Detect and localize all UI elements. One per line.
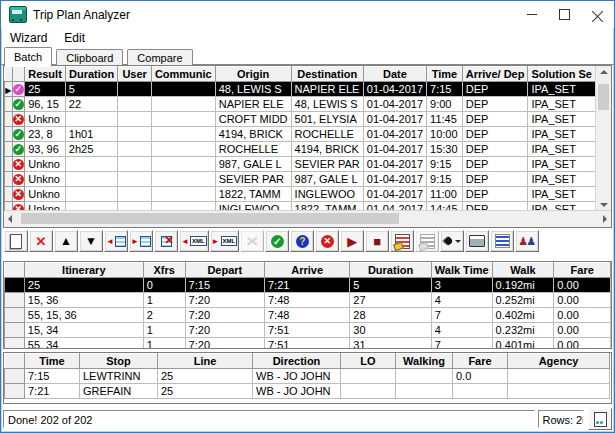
column-header-selector[interactable] (5, 67, 13, 82)
horizontal-scrollbar[interactable] (4, 210, 611, 227)
show-errors-button[interactable] (315, 230, 339, 252)
row-selector[interactable] (5, 308, 25, 323)
batch-tools-button[interactable] (240, 230, 264, 252)
table-row[interactable]: 2507:157:21530.192mi0.00 (5, 278, 611, 293)
row-selector[interactable] (5, 172, 13, 187)
table-row[interactable]: ✓96, 1522NAPIER ELE48, LEWIS S01-04-2017… (5, 97, 596, 112)
scroll-up-icon[interactable] (600, 70, 608, 74)
table-row[interactable]: ✕Unkno987, GALE LSEVIER PAR01-04-20179:1… (5, 157, 596, 172)
column-header-lo[interactable]: LO (341, 354, 396, 369)
tab-clipboard[interactable]: Clipboard (56, 49, 123, 66)
column-header-result[interactable]: Result (25, 67, 66, 82)
move-up-button[interactable] (54, 230, 78, 252)
row-selector[interactable] (5, 157, 13, 172)
table-row[interactable]: 15, 3417:207:513040.232mi0.00 (5, 323, 611, 338)
import-table-button[interactable] (104, 230, 128, 252)
show-unknown-button[interactable] (290, 230, 314, 252)
column-header-duration[interactable]: Duration (65, 67, 118, 82)
row-selector[interactable] (5, 97, 13, 112)
table-row[interactable]: ✓23, 81h014194, BRICKROCHELLE01-04-20171… (5, 127, 596, 142)
minimize-button[interactable] (515, 1, 548, 28)
row-selector[interactable] (5, 82, 13, 97)
table-row[interactable]: 55, 3417:207:513170.401mi0.00 (5, 338, 611, 349)
column-header-destination[interactable]: Destination (291, 67, 363, 82)
row-selector[interactable] (5, 293, 25, 308)
export-table-button[interactable] (129, 230, 153, 252)
column-header-selector[interactable] (5, 354, 25, 369)
delete-row-button[interactable] (29, 230, 53, 252)
app-icon (9, 6, 27, 23)
table-row[interactable]: ✕UnknoCROFT MIDD501, ELYSIA01-04-201711:… (5, 112, 596, 127)
close-button[interactable] (581, 1, 614, 28)
walk-report-button[interactable] (515, 230, 539, 252)
column-header-direction[interactable]: Direction (253, 354, 341, 369)
column-header-arrive[interactable]: Arrive (265, 263, 350, 278)
column-header-line[interactable]: Line (158, 354, 253, 369)
column-header-depart[interactable]: Depart (185, 263, 264, 278)
column-header-xfrs[interactable]: Xfrs (143, 263, 185, 278)
new-batch-button[interactable] (4, 230, 28, 252)
copy-report-alt-button[interactable] (415, 230, 439, 252)
scroll-down-icon[interactable] (600, 203, 608, 207)
vertical-scrollbar[interactable] (595, 66, 611, 211)
vertical-scroll-thumb[interactable] (598, 84, 609, 110)
row-selector[interactable] (5, 338, 25, 349)
column-header-walk[interactable]: Walk (492, 263, 554, 278)
column-header-arrive_dep[interactable]: Arrive/ Dep (462, 67, 528, 82)
table-row[interactable]: ✓93, 962h25ROCHELLE4194, BRICK01-04-2017… (5, 142, 596, 157)
scroll-right-icon[interactable] (603, 215, 607, 223)
horizontal-scroll-thumb[interactable] (21, 213, 399, 224)
row-selector[interactable] (5, 142, 13, 157)
row-selector[interactable] (5, 127, 13, 142)
column-header-walking[interactable]: Walking (396, 354, 453, 369)
row-selector[interactable] (5, 187, 13, 202)
column-header-time[interactable]: Time (427, 67, 463, 82)
scroll-left-icon[interactable] (8, 215, 12, 223)
column-header-selector[interactable] (5, 263, 25, 278)
row-selector[interactable] (5, 112, 13, 127)
table-row[interactable]: 7:21GREFAIN25WB - JO JOHN (5, 384, 610, 399)
column-header-status[interactable] (12, 67, 25, 82)
column-header-solution[interactable]: Solution Se (528, 67, 596, 82)
dropdown-arrow-icon[interactable] (455, 240, 461, 246)
run-batch-button[interactable] (340, 230, 364, 252)
import-xml-button[interactable] (179, 230, 209, 252)
show-success-button[interactable] (265, 230, 289, 252)
menu-edit[interactable]: Edit (64, 31, 85, 45)
column-header-itinerary[interactable]: Itinerary (24, 263, 143, 278)
table-row[interactable]: ✕UnknoSEVIER PAR987, GALE L01-04-20179:1… (5, 172, 596, 187)
column-header-stop[interactable]: Stop (80, 354, 158, 369)
row-selector[interactable] (5, 369, 25, 384)
move-down-button[interactable] (79, 230, 103, 252)
table-row[interactable]: ✓25548, LEWIS SNAPIER ELE01-04-20177:15D… (5, 82, 596, 97)
column-header-user[interactable]: User (118, 67, 151, 82)
row-selector[interactable] (5, 384, 25, 399)
column-header-duration[interactable]: Duration (350, 263, 432, 278)
highlight-style-button[interactable] (440, 230, 464, 252)
table-row[interactable]: 55, 15, 3627:207:482870.402mi0.00 (5, 308, 611, 323)
row-selector[interactable] (5, 323, 25, 338)
column-header-fare[interactable]: Fare (453, 354, 508, 369)
clear-table-button[interactable] (154, 230, 178, 252)
report-log-button[interactable] (588, 408, 612, 430)
copy-report-button[interactable] (390, 230, 414, 252)
export-xml-button[interactable] (210, 230, 240, 252)
row-selector[interactable] (5, 278, 25, 293)
tab-compare[interactable]: Compare (127, 49, 192, 66)
print-button[interactable] (465, 230, 489, 252)
itinerary-report-button[interactable] (490, 230, 514, 252)
table-row[interactable]: ✕Unkno1822, TAMMINGLEWOO01-04-201711:00D… (5, 187, 596, 202)
tab-batch[interactable]: Batch (4, 47, 52, 67)
menu-wizard[interactable]: Wizard (10, 31, 47, 45)
column-header-date[interactable]: Date (363, 67, 426, 82)
maximize-button[interactable] (548, 1, 581, 28)
table-row[interactable]: 15, 3617:207:482740.252mi0.00 (5, 293, 611, 308)
column-header-communic[interactable]: Communic (151, 67, 215, 82)
table-row[interactable]: 7:15LEWTRINN25WB - JO JOHN0.0 (5, 369, 610, 384)
column-header-walk_time[interactable]: Walk Time (431, 263, 492, 278)
column-header-agency[interactable]: Agency (508, 354, 610, 369)
column-header-time[interactable]: Time (25, 354, 80, 369)
stop-batch-button[interactable] (365, 230, 389, 252)
column-header-origin[interactable]: Origin (215, 67, 291, 82)
column-header-fare[interactable]: Fare (554, 263, 611, 278)
